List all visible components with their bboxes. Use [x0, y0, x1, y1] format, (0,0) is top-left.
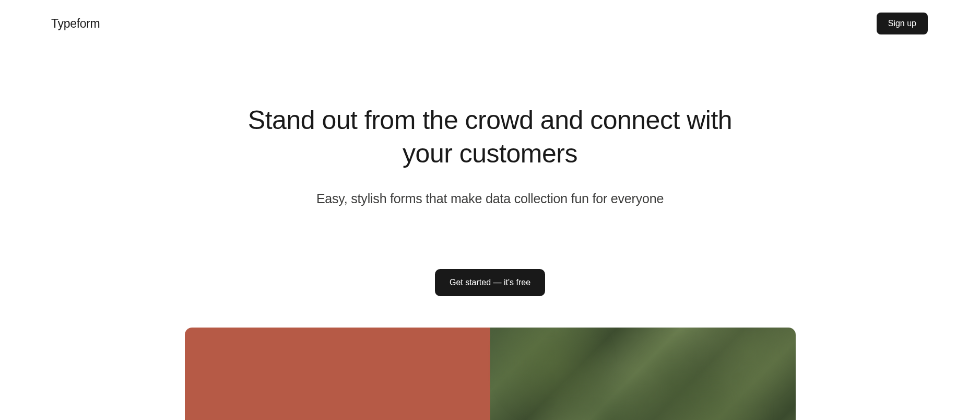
- hero-section: Stand out from the crowd and connect wit…: [229, 47, 751, 296]
- hero-image: [185, 328, 796, 420]
- hero-title: Stand out from the crowd and connect wit…: [229, 103, 751, 170]
- hero-image-right-panel: [490, 328, 796, 420]
- header: Typeform Sign up: [0, 0, 980, 47]
- signup-button[interactable]: Sign up: [877, 13, 928, 34]
- get-started-button[interactable]: Get started — it's free: [435, 269, 545, 296]
- logo[interactable]: Typeform: [51, 17, 100, 31]
- hero-image-left-panel: [185, 328, 490, 420]
- hero-subtitle: Easy, stylish forms that make data colle…: [229, 191, 751, 206]
